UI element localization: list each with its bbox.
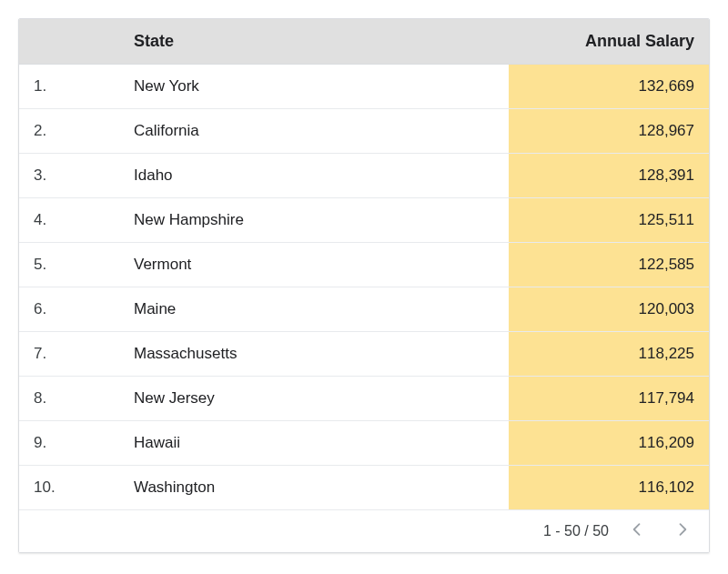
table-row[interactable]: 8.New Jersey117,794	[19, 377, 709, 421]
table-row[interactable]: 7.Massachusetts118,225	[19, 332, 709, 377]
table-row[interactable]: 2.California128,967	[19, 109, 709, 154]
cell-state: Massachusetts	[119, 332, 509, 377]
cell-rank: 4.	[19, 198, 119, 243]
cell-rank: 3.	[19, 154, 119, 198]
cell-state: New York	[119, 65, 509, 109]
table-row[interactable]: 9.Hawaii116,209	[19, 421, 709, 466]
cell-salary: 116,209	[509, 421, 709, 466]
pagination-range: 1 - 50 / 50	[543, 523, 609, 539]
cell-salary: 122,585	[509, 243, 709, 287]
cell-state: Hawaii	[119, 421, 509, 466]
cell-state: New Jersey	[119, 377, 509, 421]
cell-rank: 9.	[19, 421, 119, 466]
chevron-right-icon	[673, 520, 692, 542]
cell-rank: 5.	[19, 243, 119, 287]
table-row[interactable]: 5.Vermont122,585	[19, 243, 709, 287]
chevron-left-icon	[628, 520, 646, 542]
cell-state: Washington	[119, 466, 509, 510]
salary-table-container: State Annual Salary 1.New York132,6692.C…	[18, 18, 710, 553]
cell-salary: 128,967	[509, 109, 709, 154]
cell-salary: 120,003	[509, 287, 709, 332]
salary-table: State Annual Salary 1.New York132,6692.C…	[19, 19, 709, 510]
table-row[interactable]: 1.New York132,669	[19, 65, 709, 109]
cell-salary: 116,102	[509, 466, 709, 510]
cell-state: Vermont	[119, 243, 509, 287]
cell-rank: 7.	[19, 332, 119, 377]
cell-salary: 118,225	[509, 332, 709, 377]
cell-salary: 132,669	[509, 65, 709, 109]
cell-rank: 8.	[19, 377, 119, 421]
cell-salary: 125,511	[509, 198, 709, 243]
table-row[interactable]: 4.New Hampshire125,511	[19, 198, 709, 243]
cell-rank: 2.	[19, 109, 119, 154]
cell-state: Idaho	[119, 154, 509, 198]
cell-rank: 1.	[19, 65, 119, 109]
pagination-next-button[interactable]	[671, 519, 694, 543]
cell-rank: 10.	[19, 466, 119, 510]
table-header-row: State Annual Salary	[19, 19, 709, 65]
cell-state: New Hampshire	[119, 198, 509, 243]
table-row[interactable]: 6.Maine120,003	[19, 287, 709, 332]
cell-salary: 117,794	[509, 377, 709, 421]
cell-state: Maine	[119, 287, 509, 332]
header-rank[interactable]	[19, 19, 119, 65]
table-row[interactable]: 3.Idaho128,391	[19, 154, 709, 198]
pagination-prev-button[interactable]	[625, 519, 649, 543]
cell-state: California	[119, 109, 509, 154]
pagination-bar: 1 - 50 / 50	[19, 510, 709, 552]
header-state[interactable]: State	[119, 19, 509, 65]
cell-salary: 128,391	[509, 154, 709, 198]
table-row[interactable]: 10.Washington116,102	[19, 466, 709, 510]
header-salary[interactable]: Annual Salary	[509, 19, 709, 65]
cell-rank: 6.	[19, 287, 119, 332]
